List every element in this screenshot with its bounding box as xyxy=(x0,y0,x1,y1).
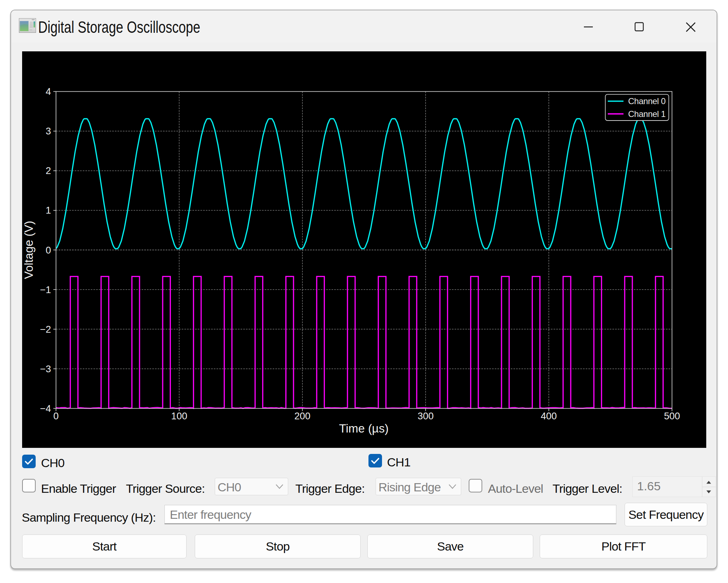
svg-text:Voltage (V): Voltage (V) xyxy=(22,221,35,279)
svg-text:−1: −1 xyxy=(40,285,51,295)
svg-text:Channel 1: Channel 1 xyxy=(628,109,666,119)
svg-text:Time (µs): Time (µs) xyxy=(339,422,389,435)
svg-text:−2: −2 xyxy=(40,324,51,335)
svg-text:4: 4 xyxy=(46,86,51,97)
svg-text:2: 2 xyxy=(46,165,51,176)
svg-text:Channel 0: Channel 0 xyxy=(628,96,666,106)
svg-text:500: 500 xyxy=(664,411,680,421)
svg-text:1: 1 xyxy=(46,205,51,216)
svg-text:100: 100 xyxy=(171,411,187,421)
svg-text:0: 0 xyxy=(53,411,58,421)
svg-text:300: 300 xyxy=(418,411,434,421)
svg-text:−3: −3 xyxy=(40,364,51,374)
svg-text:0: 0 xyxy=(46,245,51,256)
svg-text:400: 400 xyxy=(541,411,557,421)
svg-text:200: 200 xyxy=(294,411,310,421)
svg-text:−4: −4 xyxy=(40,403,51,414)
svg-text:3: 3 xyxy=(46,126,51,137)
